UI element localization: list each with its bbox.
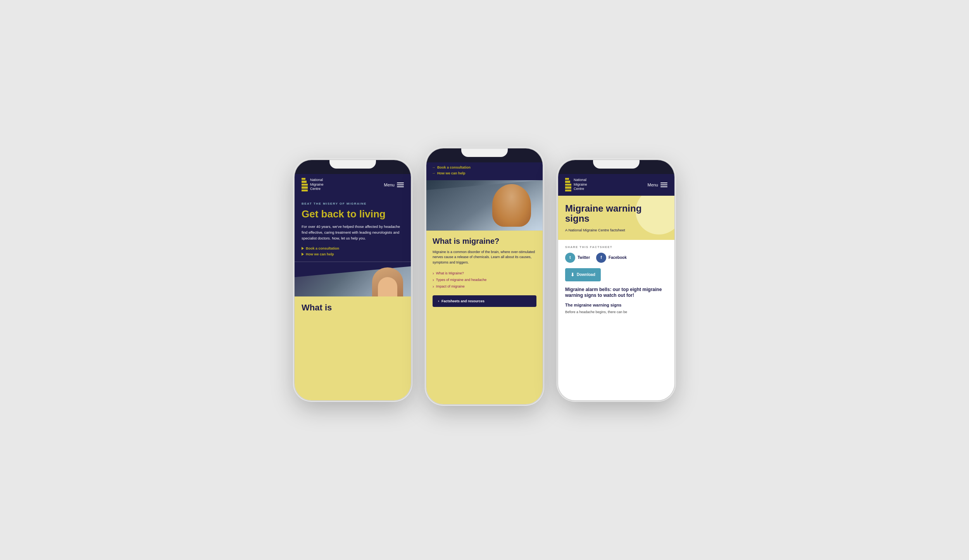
facebook-label: Facebook: [609, 255, 627, 260]
p3-factsheet-title: Migraine warning signs: [565, 203, 667, 224]
p2-nav: → Book a consultation → How we can help: [426, 162, 543, 180]
hamburger-icon: [397, 183, 404, 187]
p3-section-heading: The migraine warning signs: [565, 303, 667, 307]
nav-arrow-1: →: [432, 165, 435, 169]
p3-download-button[interactable]: ⬇ Download: [565, 268, 601, 281]
facebook-letter: f: [600, 255, 602, 260]
notch-2: [461, 148, 508, 157]
p3-logo-bar-4: [565, 186, 571, 189]
list-label-1: What is Migraine?: [436, 271, 464, 275]
p3-logo-icon: [565, 178, 571, 192]
hamburger-line-3: [397, 186, 404, 187]
p2-nav-help[interactable]: → How we can help: [432, 171, 537, 175]
p3-hamburger-line-3: [660, 186, 667, 187]
phone-1-screen: NationalMigraineCentre Menu BEAT THE MIS…: [295, 174, 411, 400]
twitter-letter: t: [569, 255, 571, 260]
download-icon: ⬇: [571, 272, 574, 277]
p1-links: Book a consultation How we can help: [302, 246, 404, 256]
p3-logo-text: NationalMigraineCentre: [574, 178, 587, 191]
p3-logo-bar-1: [565, 178, 569, 180]
bullet-3: ›: [433, 284, 434, 289]
list-item-1[interactable]: › What is Migraine?: [433, 270, 536, 277]
phone-3: NationalMigraineCentre Menu Migraine war…: [558, 160, 674, 400]
p3-hamburger-line-2: [660, 184, 667, 185]
p3-hamburger-icon: [660, 183, 667, 187]
notch-3: [593, 160, 640, 169]
p1-help-link[interactable]: How we can help: [302, 252, 404, 256]
p2-cta-button[interactable]: › Factsheets and resources: [433, 295, 536, 307]
arrow-right-icon-1: [302, 247, 304, 250]
arrow-right-icon-2: [302, 253, 304, 256]
p1-yellow-heading: What is: [302, 303, 404, 313]
p1-hero: BEAT THE MISERY OF MIGRAINE Get back to …: [295, 196, 411, 262]
twitter-icon: t: [565, 253, 575, 263]
nmc-logo-icon: [302, 178, 308, 192]
p3-share-label: SHARE THIS FACTSHEET: [565, 245, 667, 249]
phone-2: → Book a consultation → How we can help …: [426, 148, 543, 404]
p2-main-heading: What is migraine?: [433, 237, 536, 246]
p2-cta-label: Factsheets and resources: [441, 299, 484, 303]
notch-1: [329, 160, 376, 169]
phone-1: NationalMigraineCentre Menu BEAT THE MIS…: [295, 160, 411, 400]
p1-book-label: Book a consultation: [306, 246, 339, 250]
phone-2-top-bar: [426, 148, 543, 162]
p1-image-section: [295, 262, 411, 296]
phone-3-top-bar: [558, 160, 674, 174]
scene: NationalMigraineCentre Menu BEAT THE MIS…: [0, 0, 969, 560]
list-item-3[interactable]: › Impact of migraine: [433, 283, 536, 290]
p3-logo-bar-5: [565, 190, 571, 192]
p1-tagline: BEAT THE MISERY OF MIGRAINE: [302, 202, 404, 205]
logo-bar-1: [302, 178, 305, 180]
p3-facebook-item[interactable]: f Facebook: [596, 253, 627, 263]
p2-img-face: [492, 184, 531, 227]
bullet-2: ›: [433, 277, 434, 282]
p3-download-label: Download: [577, 272, 595, 277]
list-label-2: Types of migraine and headache: [436, 278, 487, 282]
p1-logo-text: NationalMigraineCentre: [310, 178, 324, 191]
p3-logo-bar-3: [565, 184, 571, 186]
p1-yellow-card: What is: [295, 296, 411, 400]
p3-menu-button[interactable]: Menu: [647, 183, 667, 187]
p2-body-text: Migraine is a common disorder of the bra…: [433, 250, 536, 266]
list-label-3: Impact of migraine: [436, 284, 465, 288]
p1-header: NationalMigraineCentre Menu: [295, 174, 411, 196]
p3-logo: NationalMigraineCentre: [565, 178, 587, 192]
phone-3-screen: NationalMigraineCentre Menu Migraine war…: [558, 174, 674, 400]
p1-body-text: For over 40 years, we've helped those af…: [302, 224, 404, 241]
phone-1-top-bar: [295, 160, 411, 174]
nav-arrow-2: →: [432, 171, 435, 175]
logo-bar-4: [302, 186, 308, 189]
logo-bar-3: [302, 184, 308, 186]
p3-social-row: t Twitter f Facebook: [565, 253, 667, 263]
p1-book-link[interactable]: Book a consultation: [302, 246, 404, 250]
logo-bar-2: [302, 181, 307, 183]
menu-label: Menu: [384, 183, 395, 187]
p2-yellow-section: What is migraine? Migraine is a common d…: [426, 231, 543, 404]
p1-heading: Get back to living: [302, 208, 404, 220]
logo-bar-5: [302, 190, 308, 192]
hamburger-line-2: [397, 184, 404, 185]
p3-body-preview: Before a headache begins, there can be: [565, 310, 667, 315]
hamburger-line-1: [397, 183, 404, 183]
p3-hamburger-line-1: [660, 183, 667, 183]
p3-menu-label: Menu: [647, 183, 658, 187]
p3-logo-bar-2: [565, 181, 570, 183]
p1-photo-face: [372, 267, 403, 296]
p1-photo-smile: [378, 277, 397, 296]
p2-list: › What is Migraine? › Types of migraine …: [433, 270, 536, 290]
p3-content: SHARE THIS FACTSHEET t Twitter f Faceboo…: [558, 240, 674, 400]
facebook-icon: f: [596, 253, 606, 263]
p3-twitter-item[interactable]: t Twitter: [565, 253, 590, 263]
p2-image: [426, 180, 543, 231]
cta-arrow: ›: [438, 299, 439, 303]
p3-factsheet-subtitle: A National Migraine Centre factsheet: [565, 227, 667, 233]
p1-help-label: How we can help: [306, 252, 334, 256]
p2-nav-book[interactable]: → Book a consultation: [432, 165, 537, 169]
p2-nav-book-label: Book a consultation: [437, 165, 471, 169]
p1-menu-button[interactable]: Menu: [384, 183, 404, 187]
list-item-2[interactable]: › Types of migraine and headache: [433, 277, 536, 283]
p3-article-title: Migraine alarm bells: our top eight migr…: [565, 287, 667, 299]
p2-nav-help-label: How we can help: [437, 171, 466, 175]
p1-logo: NationalMigraineCentre: [302, 178, 324, 192]
p3-yellow-hero: Migraine warning signs A National Migrai…: [558, 196, 674, 240]
